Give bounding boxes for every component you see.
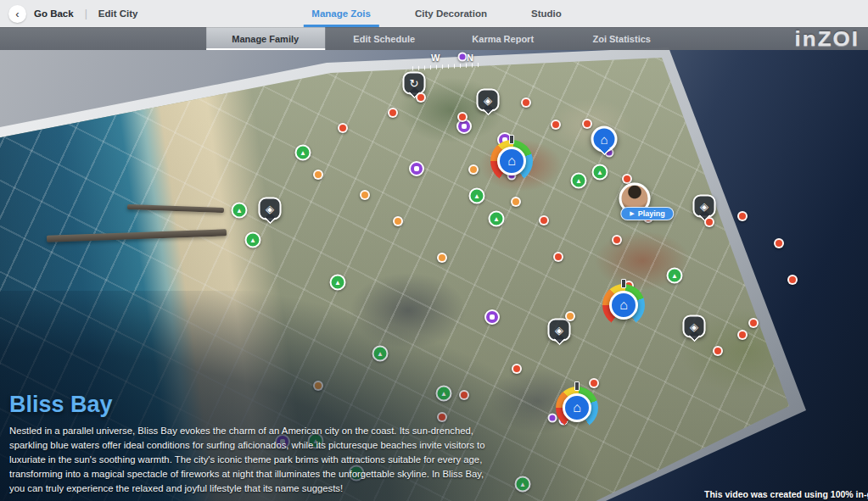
home-pin-marker[interactable]: ⌂ (591, 126, 618, 153)
zoi-dot-marker-red[interactable] (551, 120, 561, 130)
house-icon: ⌂ (619, 298, 628, 312)
sub-tabs: Manage FamilyEdit ScheduleKarma ReportZo… (206, 27, 681, 50)
zoi-dot-marker-orange[interactable] (511, 197, 521, 207)
up-arrow-icon: ▲ (473, 192, 480, 199)
home-karma-gauge-marker[interactable]: ⌂ (556, 387, 598, 429)
event-marker[interactable] (484, 309, 500, 325)
up-arrow-icon: ▲ (236, 207, 243, 214)
zoi-dot-marker-red[interactable] (416, 92, 426, 103)
zoi-dot-marker-orange[interactable] (468, 164, 479, 175)
tab-manage-zois[interactable]: Manage Zois (308, 0, 374, 27)
plot-available-marker[interactable]: ▲ (295, 145, 311, 161)
up-arrow-icon: ▲ (334, 279, 341, 286)
city-scene: W N ⌂⌂⌂⌂↻◈◈◈◈◈▶Playing▲▲▲▲▲▲▲▲▲▲▲▲▲▲ Bli… (0, 0, 868, 501)
rotate-pin-marker[interactable]: ↻ (403, 72, 426, 95)
gem-icon: ◈ (555, 325, 563, 336)
inzoi-logo: inZOI (795, 26, 860, 51)
up-arrow-icon: ▲ (671, 272, 678, 279)
go-back-label[interactable]: Go Back (34, 8, 74, 19)
zoi-dot-marker-red[interactable] (737, 330, 748, 340)
event-marker[interactable] (409, 161, 424, 176)
landmark-pin-marker[interactable]: ◈ (693, 195, 716, 218)
up-arrow-icon: ▲ (493, 215, 500, 222)
plot-available-marker[interactable]: ▲ (232, 203, 248, 219)
landmark-pin-marker[interactable]: ◈ (548, 319, 571, 342)
zoi-dot-marker-red[interactable] (338, 123, 348, 133)
subtab-zoi-statistics[interactable]: Zoi Statistics (563, 27, 681, 50)
plot-available-marker[interactable]: ▲ (330, 275, 346, 291)
divider: | (85, 8, 87, 19)
gem-icon: ◈ (700, 201, 708, 212)
zoi-dot-marker-red[interactable] (388, 108, 398, 118)
zoi-dot-marker-red[interactable] (713, 346, 723, 356)
playing-label: Playing (638, 209, 665, 218)
playing-status-badge[interactable]: ▶Playing (620, 207, 674, 220)
up-arrow-icon: ▲ (300, 149, 306, 156)
sub-navigation-bar: Manage FamilyEdit ScheduleKarma ReportZo… (0, 27, 868, 50)
zoi-dot-marker-red[interactable] (748, 318, 759, 328)
zoi-dot-marker-orange[interactable] (313, 170, 323, 180)
up-arrow-icon: ▲ (519, 481, 526, 487)
zoi-dot-marker-red[interactable] (737, 211, 748, 221)
zoi-dot-marker-red[interactable] (553, 252, 563, 262)
zoi-dot-marker-red[interactable] (457, 112, 468, 122)
subtab-edit-schedule[interactable]: Edit Schedule (325, 27, 444, 50)
home-karma-gauge-marker[interactable]: ⌂ (602, 284, 645, 326)
zoi-dot-marker-red[interactable] (612, 235, 622, 245)
zoi-dot-marker-red[interactable] (774, 238, 784, 248)
tab-studio[interactable]: Studio (528, 0, 565, 27)
zoi-dot-marker-red[interactable] (539, 215, 549, 225)
plot-available-marker[interactable]: ▲ (571, 173, 587, 189)
edit-city-button[interactable]: Edit City (98, 8, 138, 19)
gauge-needle (621, 279, 626, 288)
main-tabs: Manage ZoisCity DecorationStudio (308, 0, 564, 27)
house-icon: ⌂ (573, 401, 581, 415)
compass-west-label: W (431, 53, 440, 63)
plot-available-marker[interactable]: ▲ (489, 211, 505, 227)
back-chevron-icon: ‹ (15, 8, 19, 20)
zoi-dot-marker-red[interactable] (521, 97, 531, 108)
plot-available-marker[interactable]: ▲ (469, 188, 485, 204)
subtab-karma-report[interactable]: Karma Report (444, 27, 563, 50)
up-arrow-icon: ▲ (377, 350, 384, 357)
zoi-dot-marker-red[interactable] (512, 364, 522, 374)
zoi-dot-marker-red[interactable] (787, 275, 798, 285)
landmark-pin-marker[interactable]: ◈ (477, 89, 500, 112)
gem-icon: ◈ (690, 321, 698, 332)
plot-available-marker[interactable]: ▲ (592, 164, 608, 181)
plot-available-marker[interactable]: ▲ (245, 232, 261, 248)
go-back-button[interactable]: ‹ (8, 5, 26, 23)
play-icon: ▶ (630, 210, 634, 217)
up-arrow-icon: ▲ (249, 237, 256, 243)
city-description: Nestled in a parallel universe, Bliss Ba… (9, 424, 496, 496)
video-watermark: This video was created using 100% in-gam… (704, 489, 868, 499)
zoi-dot-marker-orange[interactable] (313, 381, 323, 391)
compass-north-label: N (467, 53, 473, 63)
zoi-dot-marker-orange[interactable] (437, 253, 447, 263)
gem-icon: ◈ (484, 95, 492, 106)
subtab-manage-family[interactable]: Manage Family (206, 27, 325, 50)
zoi-dot-marker-red[interactable] (582, 119, 592, 129)
gauge-needle (574, 381, 580, 391)
plot-available-marker[interactable]: ▲ (372, 346, 389, 362)
landmark-pin-marker[interactable]: ◈ (683, 315, 706, 338)
city-name: Bliss Bay (9, 392, 496, 418)
zoi-dot-marker-red[interactable] (704, 217, 714, 227)
house-icon: ⌂ (600, 133, 608, 146)
landmark-pin-marker[interactable]: ◈ (259, 198, 282, 220)
gem-icon: ◈ (266, 203, 274, 214)
gauge-needle (509, 135, 514, 144)
up-arrow-icon: ▲ (596, 169, 603, 175)
inzoi-city-screen: W N ⌂⌂⌂⌂↻◈◈◈◈◈▶Playing▲▲▲▲▲▲▲▲▲▲▲▲▲▲ Bli… (0, 0, 868, 501)
plot-available-marker[interactable]: ▲ (667, 268, 683, 284)
compass: W N (412, 53, 484, 69)
zoi-dot-marker-orange[interactable] (393, 216, 403, 226)
home-karma-gauge-marker[interactable]: ⌂ (490, 140, 533, 182)
top-navigation-bar: ‹ Go Back | Edit City Manage ZoisCity De… (0, 0, 868, 27)
plot-available-marker[interactable]: ▲ (515, 476, 531, 493)
zoi-dot-marker-orange[interactable] (565, 311, 575, 321)
zoi-dot-marker-orange[interactable] (360, 190, 370, 200)
up-arrow-icon: ▲ (575, 177, 582, 184)
city-info: Bliss Bay Nestled in a parallel universe… (9, 392, 496, 496)
tab-city-decoration[interactable]: City Decoration (412, 0, 490, 27)
